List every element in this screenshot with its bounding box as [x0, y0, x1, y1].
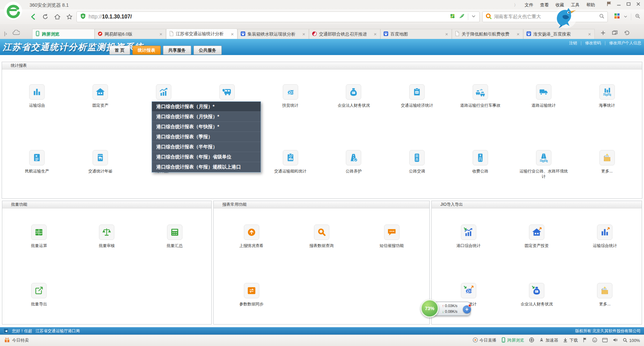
tab[interactable]: 集装箱铁水联运现状分析× — [237, 29, 309, 39]
site-nav-item[interactable]: 公共服务 — [194, 46, 222, 55]
pinwheel-icon[interactable] — [449, 13, 455, 20]
menu-item[interactable]: 查看 — [540, 2, 549, 8]
skin-icon[interactable] — [606, 1, 611, 6]
site-nav-item[interactable]: 首 页 — [109, 46, 130, 55]
stat-item[interactable]: 批量审核 — [73, 225, 141, 248]
tab[interactable]: 百度地图× — [380, 29, 452, 39]
stat-item[interactable]: 港口综合统计 — [434, 225, 502, 248]
account-link[interactable]: 修改密码 — [585, 40, 601, 46]
stat-item[interactable]: 海事统计 — [575, 84, 639, 108]
magsearch-icon[interactable] — [314, 225, 329, 240]
url-dropdown-icon[interactable] — [471, 14, 476, 20]
bag-icon[interactable] — [529, 283, 544, 298]
back-icon[interactable] — [28, 12, 38, 22]
menu-item[interactable]: 文件 — [525, 2, 533, 8]
roadfix-icon[interactable] — [346, 150, 361, 165]
house-icon[interactable] — [93, 84, 108, 100]
menu-item[interactable]: 港口综合统计报表（年报）省级单位 — [152, 152, 261, 162]
clipboard-icon[interactable] — [409, 84, 425, 100]
stat-item[interactable]: 道路运输统计 — [512, 84, 575, 108]
docx-icon[interactable] — [29, 150, 45, 165]
toolbar-item[interactable] — [529, 337, 534, 344]
stat-item[interactable]: 运输行业公路、水路环境统计 — [512, 150, 575, 179]
search-suggestion-text[interactable]: 湖南客车起火伤亡重大 — [494, 14, 596, 20]
browser-360-logo-icon[interactable] — [3, 1, 23, 20]
progress-badge[interactable]: 73% — [421, 299, 439, 317]
stat-item[interactable]: ¥收费公路 — [449, 150, 512, 179]
stat-item[interactable]: 交通统计年鉴 — [69, 150, 132, 179]
grid-dropdown-icon[interactable] — [624, 14, 628, 20]
toolbar-item[interactable]: 跨屏浏览 — [501, 337, 524, 344]
growth-icon[interactable] — [156, 84, 171, 100]
folder-icon[interactable] — [599, 150, 615, 165]
stat-item[interactable]: ×=批量运算 — [5, 225, 73, 248]
cars-icon[interactable] — [473, 84, 488, 100]
tab-close-icon[interactable]: × — [373, 31, 377, 37]
account-link[interactable]: 注销 — [569, 40, 577, 46]
toolbar-item[interactable] — [612, 337, 618, 344]
close-icon[interactable] — [636, 2, 641, 6]
stat-item[interactable]: 报表数据查询 — [286, 225, 357, 248]
stat-item[interactable]: 参数数据同步 — [216, 283, 286, 307]
menu-item[interactable]: 港口综合统计报表（月报）* — [152, 102, 261, 112]
menu-collapse-icon[interactable]: 〉 — [514, 2, 518, 8]
sumgrid-icon[interactable] — [167, 225, 182, 240]
calcgrid-icon[interactable]: ×= — [31, 225, 47, 240]
seabars-icon[interactable] — [599, 84, 615, 100]
stat-item[interactable]: 上报情况查看 — [216, 225, 286, 248]
tollroad-icon[interactable]: ¥ — [473, 150, 488, 165]
stat-item[interactable]: 企业法人财务状况 — [502, 283, 571, 307]
toolbar-item[interactable] — [592, 337, 597, 344]
folder-icon[interactable] — [597, 283, 612, 298]
cloud-sync-icon[interactable] — [12, 30, 20, 37]
tab-close-icon[interactable]: × — [587, 31, 592, 37]
stat-item[interactable]: 运输综合 — [5, 84, 69, 108]
stat-item[interactable]: 运输综合统计 — [571, 225, 639, 248]
stat-item[interactable]: 固定资产投资 — [502, 225, 571, 248]
roadboard-icon[interactable] — [409, 150, 425, 165]
stat-item[interactable]: 道路运输行业行车事故 — [449, 84, 512, 108]
stat-item[interactable]: 更多... — [575, 150, 639, 179]
collapse-icon[interactable]: ◀ — [3, 328, 9, 334]
tab-close-icon[interactable]: × — [444, 31, 449, 37]
menu-item[interactable]: 港口综合统计报表（半年报） — [152, 142, 261, 152]
tab[interactable]: 跨屏浏览 — [32, 29, 95, 39]
url-text[interactable]: http://10.1.30.107/ — [89, 14, 132, 20]
address-bar[interactable]: http://10.1.30.107/ — [76, 11, 480, 22]
house-icon[interactable] — [529, 225, 544, 240]
menu-item[interactable]: 港口综合统计报表（年快报）* — [152, 122, 261, 132]
stat-item[interactable]: 批量导出 — [5, 283, 73, 307]
account-link[interactable]: 修改用户个人信息 — [609, 40, 641, 46]
toolbar-item[interactable]: 下载 — [563, 337, 578, 344]
wing-icon[interactable] — [459, 13, 465, 20]
tab[interactable]: 江苏省交通运输统计分析× — [166, 29, 237, 39]
clipchart-icon[interactable] — [283, 150, 298, 165]
app-grid-icon[interactable] — [614, 13, 620, 20]
sms-icon[interactable] — [384, 225, 399, 240]
bag-icon[interactable] — [346, 84, 361, 100]
truck-icon[interactable] — [536, 84, 551, 100]
tab-overflow-icon[interactable]: |› — [4, 31, 7, 36]
tab[interactable]: 交通部联合铁总召开推进× — [309, 29, 380, 39]
maximize-icon[interactable] — [626, 2, 631, 6]
stat-item[interactable]: 公路交调 — [385, 150, 449, 179]
stat-item[interactable]: 公路养护 — [322, 150, 385, 179]
menu-item[interactable]: 港口综合统计报表（月快报）* — [152, 112, 261, 122]
menu-item[interactable]: 帮助 — [586, 2, 595, 8]
stat-item[interactable]: 固定资产 — [69, 84, 132, 108]
bus-icon[interactable] — [219, 84, 235, 100]
minimize-icon[interactable] — [616, 2, 621, 6]
roadwave-icon[interactable] — [536, 150, 551, 165]
menu-item[interactable]: 港口综合统计报表（年报）规模以上港口 — [152, 162, 261, 172]
stat-item[interactable]: 企业法人财务状况 — [322, 84, 385, 108]
stat-item[interactable]: 交通运输经济统计 — [385, 84, 449, 108]
tab[interactable]: 网易邮箱6.0版× — [95, 29, 166, 39]
growth-icon[interactable] — [461, 225, 476, 240]
speed-overlay[interactable]: ↑0.03K/s ↓0.08K/s 73% + — [421, 299, 473, 318]
book-icon[interactable] — [93, 150, 108, 165]
search-box[interactable]: 湖南客车起火伤亡重大 — [482, 11, 608, 22]
sync-icon[interactable] — [244, 283, 259, 298]
bars-icon[interactable] — [597, 225, 612, 240]
toolbar-item[interactable]: 加速器 — [539, 337, 558, 344]
tab-close-icon[interactable]: × — [302, 31, 306, 37]
